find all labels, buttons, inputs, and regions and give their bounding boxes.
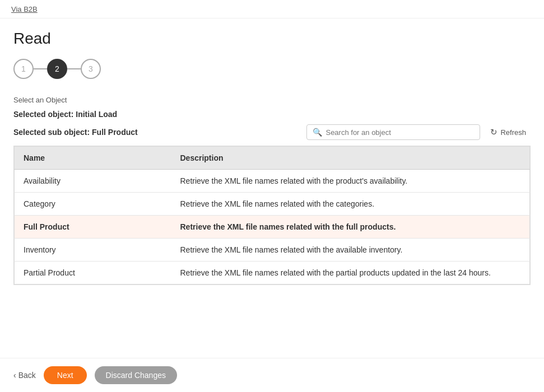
refresh-icon: ↻ (490, 127, 497, 137)
col-name: Name (15, 147, 171, 170)
step-connector-2 (67, 68, 81, 69)
footer: ‹ Back Next Discard Changes (0, 358, 544, 392)
row-name: Partial Product (15, 262, 171, 284)
toolbar-right: 🔍 ↻ Refresh (306, 124, 531, 140)
table-row[interactable]: AvailabilityRetrieve the XML file names … (15, 170, 530, 193)
selected-object-info: Selected object: Initial Load (13, 110, 531, 119)
refresh-button[interactable]: ↻ Refresh (486, 124, 531, 140)
search-icon: 🔍 (313, 128, 322, 137)
stepper: 1 2 3 (13, 59, 531, 79)
step-3[interactable]: 3 (81, 59, 101, 79)
table-row[interactable]: Full ProductRetrieve the XML file names … (15, 216, 530, 239)
page-title: Read (13, 30, 531, 48)
breadcrumb-link[interactable]: Via B2B (11, 5, 38, 13)
breadcrumb: Via B2B (0, 0, 544, 18)
data-table: Name Description AvailabilityRetrieve th… (14, 146, 530, 284)
col-description: Description (171, 147, 530, 170)
search-box: 🔍 (306, 124, 480, 140)
row-name: Availability (15, 170, 171, 193)
next-button[interactable]: Next (44, 366, 87, 384)
section-label: Select an Object (13, 96, 531, 104)
search-input[interactable] (326, 128, 474, 137)
table-row[interactable]: InventoryRetrieve the XML file names rel… (15, 239, 530, 262)
row-description: Retrieve the XML file names related with… (171, 239, 530, 262)
row-description: Retrieve the XML file names related with… (171, 262, 530, 284)
row-name: Full Product (15, 216, 171, 239)
step-1[interactable]: 1 (13, 59, 34, 79)
step-connector-1 (34, 68, 47, 69)
selected-sub-object-info: Selected sub object: Full Product (13, 128, 306, 137)
table-row[interactable]: CategoryRetrieve the XML file names rela… (15, 193, 530, 216)
step-2[interactable]: 2 (47, 59, 67, 79)
toolbar-row: Selected sub object: Full Product 🔍 ↻ Re… (13, 124, 531, 140)
data-table-container: Name Description AvailabilityRetrieve th… (13, 146, 531, 285)
back-arrow-icon: ‹ (13, 371, 16, 380)
row-description: Retrieve the XML file names related with… (171, 216, 530, 239)
back-button[interactable]: ‹ Back (13, 371, 36, 380)
table-row[interactable]: Partial ProductRetrieve the XML file nam… (15, 262, 530, 284)
row-description: Retrieve the XML file names related with… (171, 170, 530, 193)
row-name: Category (15, 193, 171, 216)
row-name: Inventory (15, 239, 171, 262)
discard-button[interactable]: Discard Changes (95, 366, 177, 384)
row-description: Retrieve the XML file names related with… (171, 193, 530, 216)
table-header-row: Name Description (15, 147, 530, 170)
